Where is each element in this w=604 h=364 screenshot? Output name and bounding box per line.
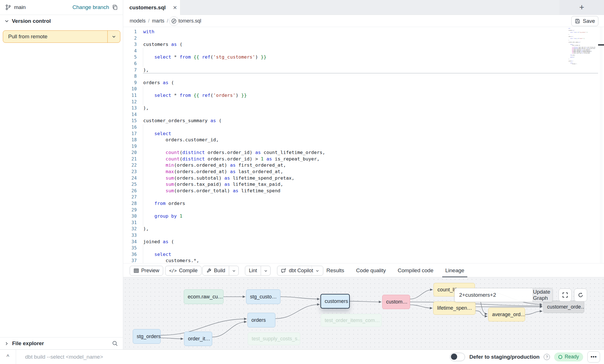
code-line[interactable]: 4 bbox=[123, 48, 604, 54]
cli-command-input[interactable] bbox=[16, 354, 450, 360]
code-line[interactable]: 14 bbox=[123, 111, 604, 118]
code-line[interactable]: 11 select * from {{ ref('orders') }} bbox=[123, 92, 604, 99]
collapse-cli-button[interactable]: ^ bbox=[0, 350, 16, 364]
lineage-node-ecom_raw[interactable]: ecom.raw_cu… bbox=[184, 289, 224, 304]
code-line[interactable]: 32), bbox=[123, 226, 604, 232]
code-text: count(distinct orders.order_id) as count… bbox=[143, 149, 598, 156]
code-line[interactable]: 9orders as ( bbox=[123, 80, 604, 86]
more-options-button[interactable]: ••• bbox=[587, 351, 600, 363]
code-line[interactable]: 25 sum(orders.tax_paid) as lifetime_tax_… bbox=[123, 181, 604, 188]
code-line[interactable]: 12 bbox=[123, 99, 604, 105]
code-line[interactable]: 31 bbox=[123, 220, 604, 226]
version-control-header[interactable]: Version control bbox=[0, 15, 123, 27]
code-line[interactable]: 13), bbox=[123, 105, 604, 111]
close-tab-icon[interactable]: × bbox=[173, 4, 177, 11]
code-line[interactable]: 35 bbox=[123, 245, 604, 251]
code-line[interactable]: 23 max(orders.ordered_at) as last_ordere… bbox=[123, 169, 604, 175]
code-line[interactable]: 27 bbox=[123, 194, 604, 200]
code-line[interactable]: 36 select bbox=[123, 251, 604, 258]
editor-toolbar: Preview </> Compile Build Lint bbox=[123, 263, 604, 277]
sidebar: main Change branch Version control Pull … bbox=[0, 0, 123, 364]
copy-icon[interactable] bbox=[112, 4, 118, 10]
lineage-edge bbox=[410, 290, 433, 299]
lineage-node-lifetime_spend[interactable]: lifetime_spen… bbox=[433, 302, 475, 315]
lineage-node-order_items[interactable]: order_it… bbox=[184, 332, 212, 346]
lineage-node-stg_customers[interactable]: stg_custo… bbox=[246, 289, 280, 304]
lint-options-chevron[interactable] bbox=[261, 266, 270, 275]
code-line[interactable]: 16 bbox=[123, 124, 604, 131]
preview-button[interactable]: Preview bbox=[130, 266, 163, 276]
lineage-node-orders[interactable]: orders bbox=[247, 313, 275, 327]
help-icon[interactable]: ? bbox=[544, 354, 550, 360]
editor-minimap[interactable]: 1with23customers as (45 select * from {{… bbox=[565, 28, 595, 70]
code-line[interactable]: 8 bbox=[123, 73, 604, 80]
lineage-panel[interactable]: ecom.raw_cu…stg_custo…stg_ordersorder_it… bbox=[123, 277, 604, 349]
build-button[interactable]: Build bbox=[202, 266, 239, 276]
code-line[interactable]: 18 orders.customer_id, bbox=[123, 137, 604, 143]
search-icon[interactable] bbox=[112, 340, 118, 347]
tab-customers-sql[interactable]: customers.sql × bbox=[123, 0, 180, 15]
save-label: Save bbox=[583, 18, 595, 24]
panel-tab-lineage[interactable]: Lineage bbox=[439, 263, 470, 277]
editor-scrollbar[interactable] bbox=[600, 27, 603, 263]
panel-tab-code-quality[interactable]: Code quality bbox=[350, 263, 392, 277]
panel-tab-results[interactable]: Results bbox=[320, 263, 350, 277]
code-line[interactable]: 19 bbox=[123, 143, 604, 150]
code-line[interactable]: 15customer_orders_summary as ( bbox=[123, 118, 604, 124]
compile-button[interactable]: </> Compile bbox=[165, 266, 202, 276]
breadcrumb-marts[interactable]: marts bbox=[152, 18, 164, 24]
indent-guide bbox=[143, 124, 143, 131]
update-graph-button[interactable]: Update Graph bbox=[533, 288, 552, 302]
code-line[interactable]: 28 from orders bbox=[123, 200, 604, 207]
lint-button[interactable]: Lint bbox=[245, 266, 271, 276]
code-line[interactable]: 20 count(distinct orders.order_id) as co… bbox=[123, 149, 604, 156]
new-tab-button[interactable]: + bbox=[579, 3, 584, 12]
lineage-node-average_order[interactable]: average_ord… bbox=[488, 308, 525, 321]
code-line[interactable]: 10 bbox=[123, 86, 604, 92]
code-line[interactable]: 5 select * from {{ ref('stg_customers') … bbox=[123, 54, 604, 61]
code-text: customers.*, bbox=[568, 64, 595, 65]
code-line[interactable]: 2 bbox=[123, 35, 604, 42]
code-line[interactable]: 29 bbox=[123, 207, 604, 213]
line-number: 19 bbox=[123, 143, 137, 150]
code-line[interactable]: 34joined as ( bbox=[123, 239, 604, 245]
pull-options-chevron[interactable] bbox=[108, 34, 120, 39]
defer-toggle[interactable] bbox=[450, 353, 465, 361]
save-button[interactable]: Save bbox=[571, 16, 598, 26]
pull-from-remote-button[interactable]: Pull from remote bbox=[3, 30, 120, 43]
code-line[interactable]: 22 min(orders.ordered_at) as first_order… bbox=[123, 162, 604, 169]
change-branch-link[interactable]: Change branch bbox=[72, 4, 109, 10]
breadcrumb-models[interactable]: models bbox=[130, 18, 145, 24]
code-line[interactable]: 3customers as ( bbox=[123, 41, 604, 48]
code-editor[interactable]: 1with23customers as (45 select * from {{… bbox=[123, 27, 604, 263]
refresh-button[interactable] bbox=[574, 289, 587, 302]
line-number: 29 bbox=[123, 207, 137, 213]
toggle-knob bbox=[451, 354, 457, 360]
line-number: 3 bbox=[123, 41, 137, 48]
lineage-search-input[interactable] bbox=[455, 288, 533, 302]
dbt-copilot-button[interactable]: dbt Copilot bbox=[277, 266, 323, 276]
lineage-node-test_order_items[interactable]: test_order_items_com… bbox=[321, 314, 382, 327]
code-line[interactable]: 21 count(distinct orders.order_id) > 1 a… bbox=[123, 156, 604, 162]
panel-tab-compiled-code[interactable]: Compiled code bbox=[392, 263, 439, 277]
breadcrumb-row: models / marts / customers.sql Save bbox=[123, 15, 604, 27]
lineage-node-customer_semantic[interactable]: custom… bbox=[382, 295, 410, 309]
code-line[interactable]: 1with bbox=[123, 29, 604, 35]
lineage-node-customers[interactable]: customers bbox=[320, 294, 350, 309]
code-line[interactable]: 30 group by 1 bbox=[123, 213, 604, 220]
lineage-node-test_supply[interactable]: test_supply_costs_s… bbox=[248, 332, 300, 345]
build-options-chevron[interactable] bbox=[229, 266, 238, 275]
line-number: 7 bbox=[123, 67, 137, 73]
code-line[interactable]: 33 bbox=[123, 232, 604, 239]
copilot-compass-button[interactable] bbox=[169, 16, 179, 26]
code-line[interactable]: 26 sum(orders.order_total) as lifetime_s… bbox=[123, 188, 604, 194]
code-line[interactable]: 7), bbox=[123, 67, 604, 73]
code-line[interactable]: 24 sum(orders.subtotal) as lifetime_spen… bbox=[123, 175, 604, 182]
fullscreen-button[interactable] bbox=[559, 289, 572, 302]
code-line[interactable]: 6 bbox=[123, 61, 604, 67]
code-text: orders as ( bbox=[143, 80, 598, 86]
lineage-node-customer_orders[interactable]: customer_orde… bbox=[543, 301, 584, 313]
code-line[interactable]: 17 select bbox=[123, 131, 604, 137]
lineage-node-stg_orders[interactable]: stg_orders bbox=[133, 329, 161, 344]
file-explorer-row[interactable]: File explorer bbox=[0, 337, 123, 349]
